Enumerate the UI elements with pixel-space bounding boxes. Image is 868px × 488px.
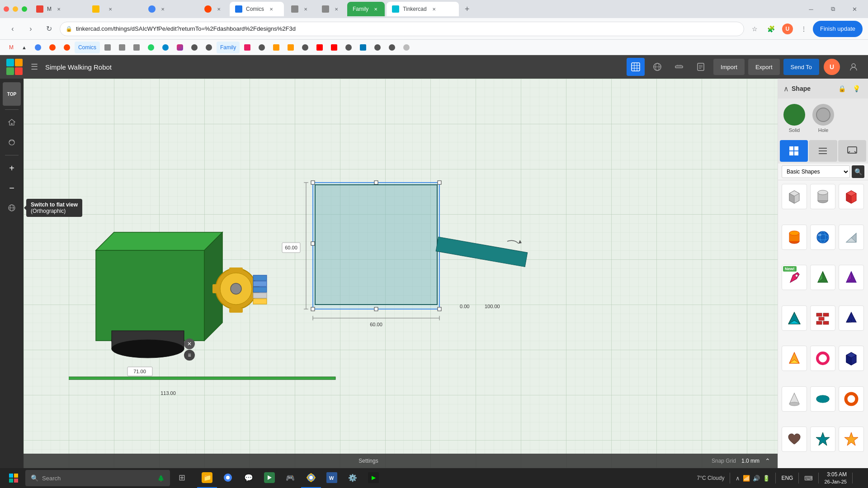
tab-family-close[interactable]: ✕ (372, 5, 379, 13)
orthographic-button[interactable]: Switch to flat view (Orthographic) (3, 199, 21, 217)
grid-view-tab[interactable] (780, 140, 808, 162)
import-button[interactable]: Import (713, 59, 745, 75)
shape-star-yellow[interactable] (839, 427, 864, 452)
shape-pen-tool[interactable]: New! (782, 265, 807, 290)
new-tab-button[interactable]: + (461, 3, 473, 15)
solid-option[interactable]: Solid (783, 104, 805, 133)
tray-volume[interactable]: 🔊 (753, 475, 760, 482)
bookmark-li[interactable] (356, 42, 370, 53)
bookmark-b4[interactable] (298, 42, 312, 53)
shape-bulb-button[interactable]: 💡 (850, 82, 863, 95)
user-avatar[interactable]: U (823, 58, 841, 76)
shape-pyramid-purple[interactable] (839, 265, 864, 290)
bookmark-b7[interactable] (385, 42, 399, 53)
zoom-in-button[interactable]: + (3, 159, 21, 177)
window-maximize-btn[interactable] (22, 6, 27, 12)
tab-a1-close[interactable]: ✕ (302, 5, 309, 13)
profile-button[interactable]: U (780, 22, 795, 36)
tab-a2[interactable]: ✕ (316, 2, 345, 16)
taskbar-app-word[interactable]: W (322, 468, 342, 488)
tab-a1[interactable]: ✕ (286, 2, 315, 16)
shape-pyramid-teal[interactable] (782, 305, 807, 331)
bookmark-amz1[interactable] (269, 42, 283, 53)
shape-cylinder-metallic[interactable] (810, 184, 835, 209)
canvas-area[interactable]: 71.00 113.00 (24, 79, 778, 468)
bookmark-a2[interactable] (115, 42, 129, 53)
taskbar-app-media[interactable] (259, 468, 279, 488)
bookmark-a3[interactable] (130, 42, 143, 53)
taskbar-app-settings[interactable]: ⚙️ (343, 468, 363, 488)
back-button[interactable]: ‹ (5, 22, 20, 36)
bookmark-button[interactable]: ☆ (748, 22, 762, 36)
shape-ellipsoid-teal[interactable] (810, 386, 835, 412)
bookmark-b5[interactable] (342, 42, 355, 53)
tab-chrome-close[interactable]: ✕ (159, 5, 166, 13)
notes-button[interactable] (692, 58, 710, 76)
taskbar-search-bar[interactable]: 🔍 Search 🌲 (25, 470, 170, 486)
snap-grid-expand[interactable]: ⌃ (765, 457, 770, 465)
taskbar-app-chrome[interactable] (218, 468, 238, 488)
tab-family[interactable]: Family ✕ (347, 2, 385, 16)
bookmark-c1[interactable] (31, 42, 45, 53)
notification-sidebar-btn[interactable] (858, 470, 861, 486)
bookmark-a1[interactable] (101, 42, 114, 53)
shape-torus-pink[interactable] (810, 346, 835, 371)
taskbar-app-messages[interactable]: 💬 (239, 468, 259, 488)
measure-button[interactable] (670, 58, 688, 76)
account-icon[interactable] (844, 58, 863, 76)
shape-pyramid-yellow[interactable] (782, 346, 807, 371)
shape-box-metallic[interactable] (782, 184, 807, 209)
bookmark-r2[interactable] (60, 42, 74, 53)
bookmark-b2[interactable] (202, 42, 216, 53)
finish-update-button[interactable]: Finish update (813, 21, 863, 37)
bookmark-b1[interactable] (188, 42, 201, 53)
taskbar-app-taskview[interactable]: ⊞ (172, 468, 192, 488)
taskbar-app-game[interactable]: 🎮 (280, 468, 300, 488)
home-view-button[interactable] (3, 113, 21, 131)
tray-network[interactable]: 📶 (743, 475, 750, 482)
canvas-menu-button[interactable]: ≡ (184, 350, 195, 361)
bookmark-yt2[interactable] (327, 42, 341, 53)
tab-gmail-close[interactable]: ✕ (55, 5, 62, 13)
orbit-button[interactable] (3, 133, 21, 151)
bookmark-wa[interactable] (144, 42, 158, 53)
shape-cylinder-orange[interactable] (782, 225, 807, 250)
sendto-button[interactable]: Send To (783, 59, 819, 75)
tab-comics-close[interactable]: ✕ (268, 5, 275, 13)
taskbar-app-explorer[interactable]: 📁 (197, 468, 217, 488)
more-button[interactable]: ⋮ (797, 22, 811, 36)
settings-label[interactable]: Settings (359, 458, 378, 464)
bookmark-amz2[interactable] (284, 42, 297, 53)
shape-wedge-metallic[interactable] (839, 225, 864, 250)
export-button[interactable]: Export (748, 59, 780, 75)
shape-box-red[interactable] (839, 184, 864, 209)
shape-lock-button[interactable]: 🔒 (835, 82, 848, 95)
tray-keyboard[interactable]: ⌨ (804, 475, 813, 482)
taskbar-app-terminal[interactable]: ▶ (363, 468, 383, 488)
address-bar[interactable]: 🔒 tinkercad.com/things/dSAIcWYfPe/edit?r… (60, 22, 744, 36)
shape-cone-white[interactable] (782, 386, 807, 412)
view-3d-button[interactable] (627, 58, 645, 76)
tab-comics[interactable]: Comics ✕ (230, 2, 284, 16)
bookmark-tele[interactable] (159, 42, 172, 53)
shape-donut-orange[interactable] (839, 386, 864, 412)
tab-drive-close[interactable]: ✕ (107, 5, 114, 13)
shape-search-button[interactable]: 🔍 (852, 165, 864, 178)
shape-category-dropdown[interactable]: Basic Shapes (782, 165, 850, 178)
tray-lang[interactable]: ENG (781, 475, 793, 481)
shape-bricks-red[interactable] (810, 305, 835, 331)
view-flat-button[interactable] (648, 58, 666, 76)
tab-drive[interactable]: ✕ (87, 2, 141, 16)
tab-r1[interactable]: ✕ (199, 2, 228, 16)
bookmark-yt1[interactable] (313, 42, 326, 53)
tinkercad-logo[interactable] (5, 58, 24, 76)
shape-pyramid-green[interactable] (810, 265, 835, 290)
bookmark-fm[interactable] (241, 42, 254, 53)
shape-prism-navy[interactable] (839, 305, 864, 331)
hamburger-menu[interactable]: ☰ (27, 60, 42, 74)
taskbar-weather-widget[interactable]: 7°C Cloudy (697, 475, 725, 481)
shape-sphere-blue[interactable] (810, 225, 835, 250)
tab-gmail[interactable]: M ✕ (31, 2, 85, 16)
tray-up-arrow[interactable]: ∧ (736, 475, 740, 482)
hole-option[interactable]: Hole (812, 104, 834, 133)
